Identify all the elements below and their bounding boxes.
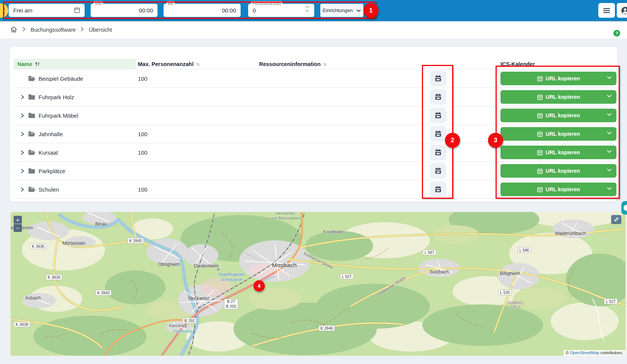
road-ref-badge: K 3946 (318, 326, 335, 331)
availability-cell (417, 71, 459, 86)
map-label: Binau (95, 221, 107, 227)
copy-ics-url-button[interactable]: URL kopieren (500, 90, 616, 104)
from-time-value[interactable]: 00:00 (91, 4, 158, 17)
sort-icon[interactable]: ↑↓ (323, 61, 326, 67)
resource-name[interactable]: Parkplätze (39, 168, 65, 174)
resource-name[interactable]: Schulen (39, 186, 59, 193)
availability-cell (417, 181, 459, 197)
calendar-icon (434, 167, 442, 175)
breadcrumb: Buchungssoftware Übersicht (10, 21, 112, 38)
calendar-outline-icon[interactable] (74, 7, 80, 15)
person-count-field[interactable]: Personenanzahl 0 (248, 4, 314, 17)
map-label: Mörtelstein (62, 241, 85, 246)
resource-name[interactable]: Fuhrpark Holz (39, 94, 74, 100)
breadcrumb-item-buchungssoftware[interactable]: Buchungssoftware (31, 27, 76, 33)
availability-calendar-button[interactable] (430, 126, 446, 142)
column-header-resource-info[interactable]: Ressourceninformation ↑↓ (257, 61, 417, 67)
person-count-stepper[interactable] (305, 6, 309, 12)
map-label: Segelflugplatz (218, 272, 245, 276)
chevron-down-icon (607, 94, 612, 98)
osm-map[interactable]: BreitenbronnBinauMörtelsteinObrigheimDie… (11, 212, 625, 356)
copy-ics-url-label: URL kopieren (546, 168, 580, 174)
facilities-dropdown-label: Einrichtungen (323, 8, 353, 13)
folder-icon (28, 186, 36, 193)
sort-icon[interactable]: ↑↓ (196, 61, 199, 67)
availability-calendar-button[interactable] (430, 163, 446, 179)
free-on-date-field[interactable]: Frei am (9, 4, 85, 17)
calendar-icon (434, 93, 442, 101)
openstreetmap-link[interactable]: OpenStreetMap (570, 350, 599, 355)
resource-name[interactable]: Kursaal (39, 149, 58, 156)
copy-ics-url-button[interactable]: URL kopieren (500, 72, 616, 85)
column-header-ics-calendar: ICS-Kalender (459, 61, 616, 67)
copy-ics-url-button[interactable]: URL kopieren (500, 164, 616, 178)
expand-chevron-icon[interactable] (20, 149, 25, 156)
ics-calendar-cell: URL kopieren (459, 127, 616, 141)
chat-fab-button[interactable] (621, 201, 627, 215)
home-icon[interactable] (10, 26, 17, 34)
ics-calendar-cell: URL kopieren (459, 164, 616, 178)
expand-chevron-icon[interactable] (20, 94, 25, 100)
map-label: Mosbach (272, 262, 297, 269)
to-time-field[interactable]: Bis 00:00 (164, 4, 241, 17)
resource-name[interactable]: Beispiel Gebäude (39, 75, 83, 82)
copy-ics-url-button[interactable]: URL kopieren (500, 109, 616, 122)
resource-name-cell: Kursaal (14, 149, 136, 156)
availability-calendar-button[interactable] (430, 181, 446, 197)
application-window: Frei am Von 00:00 Bis 00:00 Personenanza… (0, 0, 627, 364)
expand-chevron-icon[interactable] (20, 112, 25, 119)
resource-name-cell: Fuhrpark Holz (14, 94, 136, 100)
breadcrumb-separator-icon (80, 27, 84, 33)
chevron-down-icon (607, 76, 612, 79)
map-label: und Masseldorn (270, 216, 301, 220)
resource-name[interactable]: Fuhrpark Möbel (39, 112, 78, 119)
expand-chevron-icon[interactable] (20, 186, 25, 193)
sort-ascending-icon[interactable] (35, 61, 40, 67)
map-label: Sulzbacher Straße (303, 251, 334, 270)
chevron-up-icon (305, 6, 309, 8)
road-ref-badge: L 586 (517, 247, 531, 253)
expand-chevron-icon[interactable] (20, 167, 25, 174)
hamburger-menu-button[interactable] (598, 3, 615, 18)
facilities-dropdown-button[interactable]: Einrichtungen (320, 4, 363, 17)
from-time-field[interactable]: Von 00:00 (91, 4, 158, 17)
availability-calendar-button[interactable] (430, 108, 446, 123)
calendar-grid-icon (537, 94, 543, 100)
column-header-max-persons[interactable]: Max. Personenanzahl ↑↓ (136, 61, 257, 67)
resource-name-cell: Beispiel Gebäude (14, 75, 136, 82)
copy-ics-url-button[interactable]: URL kopieren (500, 127, 616, 141)
availability-calendar-button[interactable] (430, 71, 446, 86)
map-label: Billigheim (500, 271, 520, 276)
availability-cell (417, 144, 459, 160)
copy-ics-url-button[interactable]: URL kopieren (500, 183, 616, 196)
table-row: Kursaal 100 (14, 143, 616, 162)
expand-chevron-icon[interactable] (20, 131, 25, 137)
map-fullscreen-button[interactable] (611, 215, 621, 224)
map-label: Hessental (275, 212, 295, 215)
map-attribution: © OpenStreetMap contributors. (564, 350, 625, 356)
map-zoom-out-button[interactable]: − (14, 224, 22, 232)
resource-name[interactable]: Jahnhalle (39, 131, 63, 137)
person-count-value[interactable]: 0 (248, 4, 314, 17)
map-label: 334 m (510, 304, 520, 309)
folder-icon (28, 112, 36, 119)
column-header-name[interactable]: Name (14, 59, 136, 69)
road-ref-badge: L 527 (604, 299, 618, 304)
map-label: Schreckhof (220, 277, 242, 282)
map-zoom-controls: + − (14, 216, 22, 232)
map-zoom-in-button[interactable]: + (14, 216, 22, 224)
folder-icon (28, 167, 36, 174)
folder-icon (28, 75, 36, 82)
availability-calendar-button[interactable] (430, 89, 446, 105)
user-account-button[interactable] (617, 3, 627, 18)
map-label: Finkenfeld (173, 329, 192, 333)
to-time-value[interactable]: 00:00 (164, 4, 241, 17)
copy-ics-url-button[interactable]: URL kopieren (500, 146, 616, 159)
chevron-down-icon (607, 168, 612, 172)
availability-calendar-button[interactable] (430, 144, 446, 160)
calendar-grid-icon (537, 76, 543, 81)
help-button[interactable]: ? (613, 30, 620, 37)
hamburger-icon (603, 8, 610, 14)
chevron-down-icon (607, 187, 612, 190)
road-ref-badge: K 3938 (14, 322, 30, 327)
